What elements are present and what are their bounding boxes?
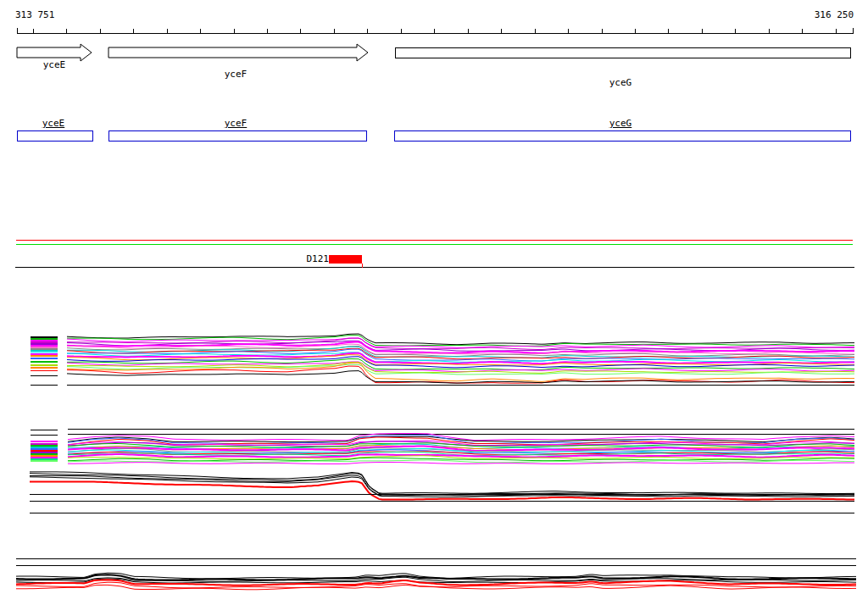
signal-track-3-series: [30, 472, 854, 494]
signal-track-4-series: [16, 574, 856, 580]
cds-box-label-yceF: yceF: [225, 119, 248, 129]
cds-box-yceE[interactable]: [17, 130, 92, 141]
signal-track-4-series: [16, 585, 856, 589]
gene-arrow-label-yceF: yceF: [225, 69, 248, 80]
gene-arrow-yceF[interactable]: [108, 44, 368, 61]
probe-D121[interactable]: [329, 255, 362, 264]
position-label-start: 313 751: [15, 10, 54, 20]
probe-label-D121: D121: [307, 254, 330, 264]
genome-browser-view: 313 751 316 250 yceE yceF yceG yceE yceF…: [0, 0, 868, 605]
gene-arrow-yceE[interactable]: [17, 44, 92, 61]
cds-box-label-yceE: yceE: [42, 119, 65, 129]
cds-box-yceG[interactable]: [394, 130, 850, 141]
cds-box-label-yceG: yceG: [609, 119, 632, 129]
browser-canvas: [0, 0, 868, 605]
cds-box-yceF[interactable]: [108, 130, 366, 141]
signal-track-2-series: [68, 434, 854, 441]
signal-track-2-series: [68, 463, 854, 464]
position-label-end: 316 250: [815, 10, 854, 20]
gene-arrow-label-yceE: yceE: [43, 60, 66, 70]
gene-box-yceG[interactable]: [395, 47, 850, 58]
gene-arrow-label-yceG: yceG: [609, 78, 632, 88]
